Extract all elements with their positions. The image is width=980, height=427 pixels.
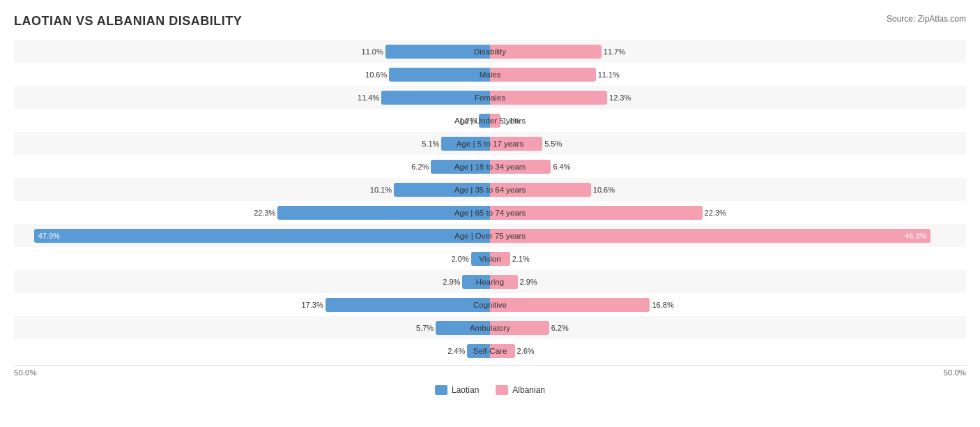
- bar-laotian: [467, 344, 490, 358]
- table-row: 11.4% Females 12.3%: [14, 86, 966, 109]
- left-half: 5.1%: [14, 132, 490, 155]
- albanian-value: 11.7%: [602, 47, 625, 56]
- bar-albanian: [490, 137, 542, 151]
- legend-laotian: Laotian: [435, 385, 479, 395]
- albanian-value: 2.1%: [510, 255, 530, 263]
- right-half: 5.5%: [490, 132, 966, 155]
- laotian-value: 11.0%: [362, 47, 385, 56]
- legend-albanian: Albanian: [496, 385, 545, 395]
- axis-left: 50.0%: [14, 368, 37, 377]
- left-half: 11.0%: [14, 40, 490, 63]
- bar-albanian-label: 46.3%: [905, 232, 926, 240]
- albanian-value: 10.6%: [591, 186, 615, 194]
- table-row: 2.0% Vision 2.1%: [14, 247, 966, 270]
- laotian-value: 2.4%: [447, 347, 467, 355]
- right-half: 12.3%: [490, 86, 966, 109]
- left-half: 17.3%: [14, 293, 490, 316]
- right-half: 11.1%: [490, 63, 966, 86]
- left-half: 10.6%: [14, 63, 490, 86]
- left-half: 22.3%: [14, 201, 490, 224]
- bar-laotian: [326, 298, 490, 312]
- bar-laotian: [436, 321, 490, 335]
- bar-albanian: [490, 183, 591, 197]
- bar-laotian: [381, 91, 490, 105]
- albanian-value: 11.1%: [596, 70, 620, 79]
- legend: Laotian Albanian: [14, 385, 966, 395]
- table-row: 10.1% Age | 35 to 64 years 10.6%: [14, 178, 966, 201]
- right-half: 2.9%: [490, 270, 966, 293]
- albanian-value: 1.1%: [500, 117, 520, 125]
- bar-albanian: 46.3%: [490, 229, 931, 243]
- right-half: 6.4%: [490, 155, 966, 178]
- right-half: 22.3%: [490, 201, 966, 224]
- bar-laotian: [471, 252, 490, 266]
- table-row: 5.7% Ambulatory 6.2%: [14, 316, 966, 339]
- chart-header: LAOTIAN VS ALBANIAN DISABILITY Source: Z…: [14, 14, 966, 29]
- right-half: 46.3%: [490, 224, 966, 247]
- laotian-value: 1.2%: [459, 117, 479, 125]
- right-half: 1.1%: [490, 109, 966, 132]
- bar-albanian: [490, 160, 551, 174]
- right-half: 2.6%: [490, 339, 966, 362]
- laotian-value: 22.3%: [254, 209, 277, 217]
- table-row: 2.4% Self-Care 2.6%: [14, 339, 966, 362]
- laotian-value: 10.6%: [365, 70, 389, 79]
- bar-laotian: [389, 68, 490, 82]
- right-half: 16.8%: [490, 293, 966, 316]
- left-half: 10.1%: [14, 178, 490, 201]
- right-half: 11.7%: [490, 40, 966, 63]
- legend-laotian-label: Laotian: [452, 385, 479, 395]
- legend-swatch-blue: [435, 385, 447, 395]
- albanian-value: 6.4%: [551, 163, 570, 171]
- chart-title: LAOTIAN VS ALBANIAN DISABILITY: [14, 14, 242, 29]
- left-half: 6.2%: [14, 155, 490, 178]
- bar-albanian: [490, 114, 500, 128]
- laotian-value: 5.1%: [422, 140, 441, 148]
- albanian-value: 16.8%: [650, 301, 673, 309]
- table-row: 10.6% Males 11.1%: [14, 63, 966, 86]
- laotian-value: 10.1%: [370, 186, 394, 194]
- bar-albanian: [490, 45, 602, 59]
- albanian-value: 2.6%: [515, 347, 535, 355]
- table-row: 22.3% Age | 65 to 74 years 22.3%: [14, 201, 966, 224]
- axis-line: 50.0% 50.0%: [14, 365, 966, 380]
- bar-albanian: [490, 298, 650, 312]
- legend-albanian-label: Albanian: [512, 385, 545, 395]
- bar-laotian: 47.9%: [34, 229, 490, 243]
- table-row: 2.9% Hearing 2.9%: [14, 270, 966, 293]
- legend-swatch-pink: [496, 385, 508, 395]
- bar-albanian: [490, 68, 596, 82]
- table-row: 17.3% Cognitive 16.8%: [14, 293, 966, 316]
- bar-albanian: [490, 275, 518, 289]
- bar-albanian: [490, 321, 549, 335]
- bar-laotian: [431, 160, 490, 174]
- albanian-value: 6.2%: [549, 324, 569, 332]
- left-half: 5.7%: [14, 316, 490, 339]
- table-row: 1.2% Age | Under 5 years 1.1%: [14, 109, 966, 132]
- chart-rows: 11.0% Disability 11.7% 10.6% Males 11.1%: [14, 40, 966, 362]
- table-row: 5.1% Age | 5 to 17 years 5.5%: [14, 132, 966, 155]
- bar-laotian-label: 47.9%: [38, 232, 60, 240]
- table-row: 47.9% Age | Over 75 years 46.3%: [14, 224, 966, 247]
- chart-container: LAOTIAN VS ALBANIAN DISABILITY Source: Z…: [14, 14, 966, 395]
- laotian-value: 6.2%: [411, 163, 431, 171]
- bar-laotian: [479, 114, 490, 128]
- laotian-value: 17.3%: [301, 301, 325, 309]
- left-half: 2.0%: [14, 247, 490, 270]
- bar-laotian: [394, 183, 490, 197]
- bar-laotian: [441, 137, 490, 151]
- right-half: 2.1%: [490, 247, 966, 270]
- left-half: 2.9%: [14, 270, 490, 293]
- bar-albanian: [490, 344, 515, 358]
- chart-source: Source: ZipAtlas.com: [887, 14, 966, 24]
- bar-laotian: [277, 206, 490, 220]
- axis-right: 50.0%: [943, 368, 966, 377]
- laotian-value: 2.9%: [443, 278, 462, 286]
- laotian-value: 2.0%: [452, 255, 471, 263]
- laotian-value: 5.7%: [416, 324, 436, 332]
- bar-albanian: [490, 252, 510, 266]
- albanian-value: 12.3%: [607, 93, 631, 102]
- left-half: 2.4%: [14, 339, 490, 362]
- right-half: 10.6%: [490, 178, 966, 201]
- table-row: 6.2% Age | 18 to 34 years 6.4%: [14, 155, 966, 178]
